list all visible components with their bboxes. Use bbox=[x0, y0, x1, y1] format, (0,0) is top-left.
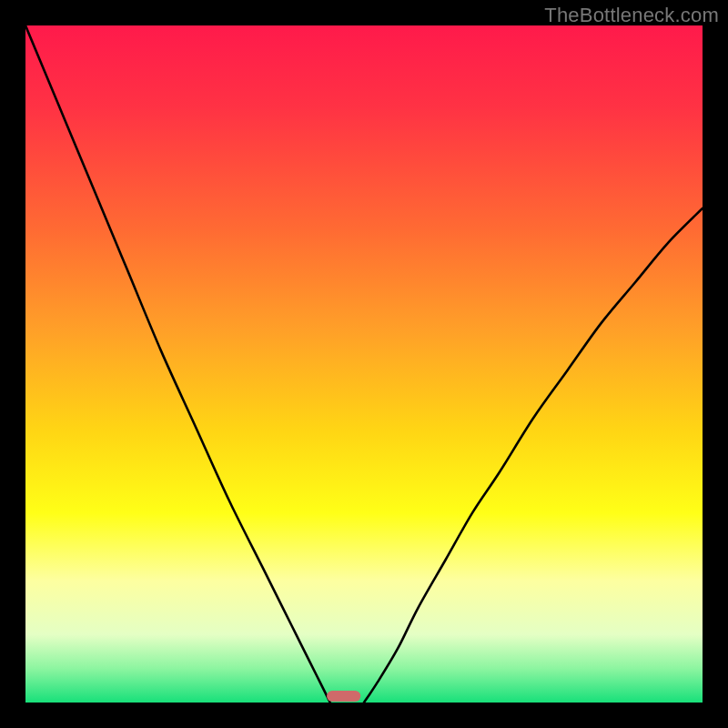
floor-marker bbox=[327, 691, 360, 702]
chart-frame: TheBottleneck.com bbox=[0, 0, 728, 728]
watermark-text: TheBottleneck.com bbox=[544, 4, 719, 27]
plot-area bbox=[25, 25, 703, 703]
gradient-background bbox=[25, 25, 703, 703]
chart-svg bbox=[25, 25, 703, 703]
